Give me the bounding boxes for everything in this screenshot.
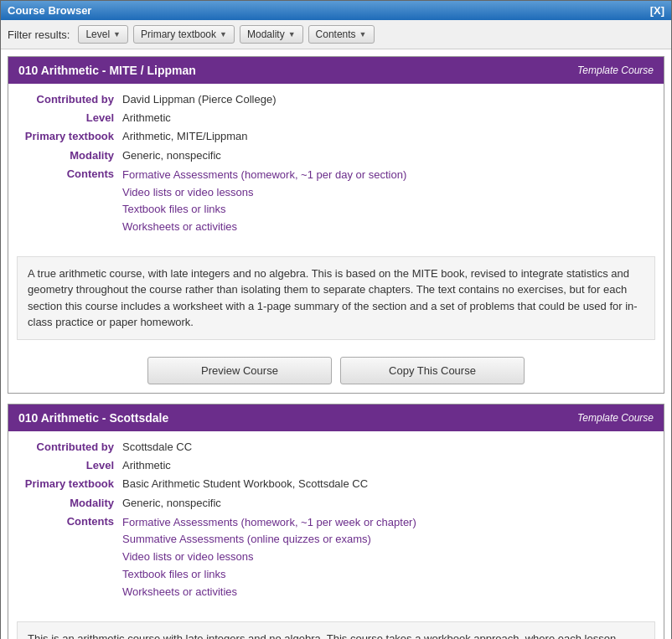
contents-item-1-2: Textbook files or links bbox=[122, 203, 226, 215]
contents-item-2-3: Textbook files or links bbox=[122, 568, 226, 580]
level-value-1: Arithmetic bbox=[122, 111, 171, 126]
textbook-row-1: Primary textbook Arithmetic, MITE/Lippma… bbox=[22, 129, 650, 144]
modality-label-1: Modality bbox=[22, 148, 122, 163]
contributed-by-value-1: David Lippman (Pierce College) bbox=[122, 92, 277, 107]
contents-item-2-4: Worksheets or activities bbox=[122, 585, 237, 598]
chevron-down-icon: ▼ bbox=[220, 30, 227, 39]
textbook-row-2: Primary textbook Basic Arithmetic Studen… bbox=[22, 477, 650, 492]
filter-textbook-button[interactable]: Primary textbook ▼ bbox=[133, 25, 235, 44]
course-title-2: 010 Arithmetic - Scottsdale bbox=[18, 411, 168, 425]
textbook-label-2: Primary textbook bbox=[22, 477, 122, 492]
contributed-by-label-1: Contributed by bbox=[22, 92, 122, 107]
chevron-down-icon: ▼ bbox=[359, 30, 367, 39]
filter-textbook-label: Primary textbook bbox=[141, 28, 216, 40]
contents-item-2-1: Summative Assessments (online quizzes or… bbox=[122, 533, 371, 545]
button-row-1: Preview Course Copy This Course bbox=[8, 348, 664, 393]
contents-item-2-0: Formative Assessments (homework, ~1 per … bbox=[122, 516, 416, 528]
filter-contents-button[interactable]: Contents ▼ bbox=[308, 25, 375, 44]
contents-value-1: Formative Assessments (homework, ~1 per … bbox=[122, 167, 406, 236]
description-box-1: A true arithmetic course, with late inte… bbox=[17, 256, 655, 340]
textbook-label-1: Primary textbook bbox=[22, 129, 122, 144]
contents-item-1-3: Worksheets or activities bbox=[122, 220, 237, 233]
contents-row-2: Contents Formative Assessments (homework… bbox=[22, 514, 650, 601]
modality-row-1: Modality Generic, nonspecific bbox=[22, 148, 650, 163]
level-label-2: Level bbox=[22, 458, 122, 473]
filter-level-label: Level bbox=[85, 28, 110, 40]
course-body-2: Contributed by Scottsdale CC Level Arith… bbox=[8, 431, 664, 613]
course-header-2: 010 Arithmetic - Scottsdale Template Cou… bbox=[8, 405, 664, 431]
contributed-by-label-2: Contributed by bbox=[22, 440, 122, 455]
level-value-2: Arithmetic bbox=[122, 458, 171, 473]
contributed-by-row-2: Contributed by Scottsdale CC bbox=[22, 440, 650, 455]
filter-contents-label: Contents bbox=[316, 28, 356, 40]
course-body-1: Contributed by David Lippman (Pierce Col… bbox=[8, 84, 664, 248]
modality-value-1: Generic, nonspecific bbox=[122, 148, 221, 163]
copy-course-button-1[interactable]: Copy This Course bbox=[340, 357, 525, 384]
contents-item-2-2: Video lists or video lessons bbox=[122, 550, 254, 563]
modality-value-2: Generic, nonspecific bbox=[122, 496, 221, 511]
course-title-1: 010 Arithmetic - MITE / Lippman bbox=[18, 64, 196, 77]
level-label-1: Level bbox=[22, 111, 122, 126]
contents-item-1-0: Formative Assessments (homework, ~1 per … bbox=[122, 168, 406, 181]
textbook-value-2: Basic Arithmetic Student Workbook, Scott… bbox=[122, 477, 368, 492]
template-badge-1: Template Course bbox=[577, 64, 654, 76]
window-title: Course Browser bbox=[8, 4, 91, 17]
course-header-1: 010 Arithmetic - MITE / Lippman Template… bbox=[8, 57, 664, 84]
course-browser-window: Course Browser [X] Filter results: Level… bbox=[0, 0, 672, 639]
preview-course-button-1[interactable]: Preview Course bbox=[147, 357, 332, 384]
description-text-1: A true arithmetic course, with late inte… bbox=[28, 267, 638, 329]
contributed-by-value-2: Scottsdale CC bbox=[122, 440, 192, 455]
contents-label-2: Contents bbox=[22, 514, 122, 601]
filter-level-button[interactable]: Level ▼ bbox=[78, 25, 128, 44]
chevron-down-icon: ▼ bbox=[113, 30, 121, 39]
modality-row-2: Modality Generic, nonspecific bbox=[22, 496, 650, 511]
close-button[interactable]: [X] bbox=[650, 4, 664, 17]
contributed-by-row-1: Contributed by David Lippman (Pierce Col… bbox=[22, 92, 650, 107]
title-bar: Course Browser [X] bbox=[1, 1, 671, 20]
course-card-1: 010 Arithmetic - MITE / Lippman Template… bbox=[8, 56, 664, 394]
filter-results-label: Filter results: bbox=[8, 28, 70, 41]
description-text-2: This is an arithmetic course with late i… bbox=[28, 632, 635, 639]
contents-row-1: Contents Formative Assessments (homework… bbox=[22, 167, 650, 236]
contents-item-1-1: Video lists or video lessons bbox=[122, 186, 254, 198]
course-card-2: 010 Arithmetic - Scottsdale Template Cou… bbox=[8, 404, 664, 639]
contents-value-2: Formative Assessments (homework, ~1 per … bbox=[122, 514, 416, 601]
modality-label-2: Modality bbox=[22, 496, 122, 511]
contents-label-1: Contents bbox=[22, 167, 122, 236]
filter-modality-button[interactable]: Modality ▼ bbox=[240, 25, 303, 44]
description-box-2: This is an arithmetic course with late i… bbox=[17, 621, 655, 639]
level-row-1: Level Arithmetic bbox=[22, 111, 650, 126]
textbook-value-1: Arithmetic, MITE/Lippman bbox=[122, 129, 248, 144]
chevron-down-icon: ▼ bbox=[288, 30, 296, 39]
template-badge-2: Template Course bbox=[577, 412, 654, 424]
content-area: 010 Arithmetic - MITE / Lippman Template… bbox=[1, 49, 671, 639]
level-row-2: Level Arithmetic bbox=[22, 458, 650, 473]
filter-modality-label: Modality bbox=[247, 28, 285, 40]
filter-bar: Filter results: Level ▼ Primary textbook… bbox=[1, 20, 671, 49]
